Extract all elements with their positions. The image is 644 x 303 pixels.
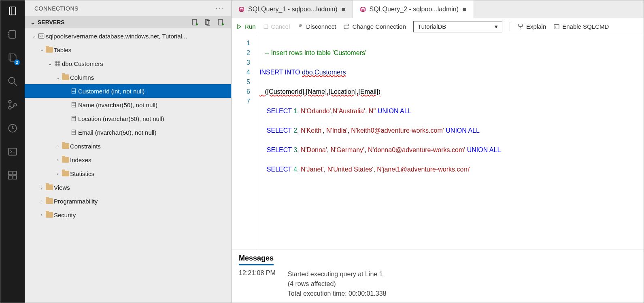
database-dropdown[interactable]: TutorialDB▾	[413, 21, 502, 32]
connections-icon[interactable]	[7, 5, 18, 17]
message-timestamp: 12:21:08 PM	[239, 269, 276, 299]
source-control-icon[interactable]	[7, 99, 18, 110]
tree-tables-node[interactable]: ⌄Tables	[25, 43, 231, 57]
servers-header[interactable]: ⌄SERVERS	[25, 16, 231, 28]
tree-statistics-node[interactable]: ›Statistics	[25, 167, 231, 180]
database-icon: ⛁	[360, 6, 366, 13]
servers-actions	[191, 19, 225, 26]
sidebar: CONNECTIONS ··· ⌄SERVERS ⌄sqlsqlpoolserv…	[25, 0, 231, 303]
cancel-button[interactable]: Cancel	[263, 23, 290, 30]
svg-point-6	[9, 77, 15, 83]
new-connection-icon[interactable]	[191, 19, 199, 26]
svg-rect-15	[9, 176, 12, 179]
svg-point-8	[9, 100, 11, 103]
tree-indexes-node[interactable]: ›Indexes	[25, 153, 231, 167]
tree-views-node[interactable]: ›Views	[25, 180, 231, 194]
explorer-icon[interactable]: 2	[7, 52, 18, 64]
explorer-badge: 2	[14, 59, 20, 65]
svg-rect-44	[264, 25, 268, 28]
tasks-icon[interactable]	[7, 123, 18, 134]
svg-point-9	[9, 106, 11, 109]
svg-rect-37	[72, 116, 75, 121]
svg-rect-49	[554, 24, 559, 29]
separator	[510, 22, 510, 31]
tree-column-location[interactable]: Location (nvarchar(50), not null)	[25, 112, 231, 125]
svg-text:sql: sql	[39, 35, 43, 38]
svg-point-10	[14, 104, 17, 106]
svg-rect-26	[55, 61, 60, 66]
svg-line-7	[14, 83, 17, 86]
svg-rect-17	[13, 171, 17, 175]
tab-sqlquery1[interactable]: ⛁ SQLQuery_1 - sqlpoo...ladmin)	[232, 0, 353, 18]
enable-sqlcmd-button[interactable]: Enable SQLCMD	[553, 23, 609, 30]
tab-label: SQLQuery_1 - sqlpoo...ladmin)	[248, 6, 338, 13]
message-text: Started executing query at Line 1 (4 row…	[288, 269, 387, 299]
dirty-indicator-icon	[342, 8, 345, 11]
chevron-down-icon: ⌄	[30, 19, 35, 25]
search-icon[interactable]	[7, 76, 18, 87]
sidebar-more-icon[interactable]: ···	[215, 4, 225, 13]
svg-point-46	[518, 24, 519, 25]
code-content[interactable]: -- Insert rows into table 'Customers' IN…	[256, 35, 644, 250]
svg-marker-43	[238, 24, 241, 29]
activity-bar: 2	[0, 0, 25, 303]
messages-panel: Messages 12:21:08 PM Started executing q…	[232, 250, 644, 303]
tree-column-email[interactable]: Email (nvarchar(50), not null)	[25, 125, 231, 139]
run-button[interactable]: Run	[236, 23, 256, 30]
svg-rect-31	[72, 89, 75, 93]
tree-constraints-node[interactable]: ›Constraints	[25, 139, 231, 153]
editor-region: ⛁ SQLQuery_1 - sqlpoo...ladmin) ⛁ SQLQue…	[231, 0, 644, 303]
tree-table-customers[interactable]: ⌄dbo.Customers	[25, 57, 231, 70]
svg-point-47	[522, 24, 523, 25]
server-label: sqlpoolservername.database.windows.net, …	[46, 33, 187, 40]
tree-column-name[interactable]: Name (nvarchar(50), not null)	[25, 98, 231, 112]
new-group-icon[interactable]	[204, 19, 212, 26]
svg-rect-40	[72, 130, 75, 135]
svg-point-19	[196, 23, 198, 25]
query-toolbar: Run Cancel Disconnect Change Connection …	[232, 18, 644, 35]
tree-columns-node[interactable]: ⌄Columns	[25, 70, 231, 84]
svg-rect-0	[9, 7, 15, 15]
tab-label: SQLQuery_2 - sqlpoo...ladmin)	[370, 6, 459, 13]
svg-rect-2	[9, 30, 15, 38]
code-editor[interactable]: 1234567 -- Insert rows into table 'Custo…	[232, 35, 644, 250]
disconnect-button[interactable]: Disconnect	[297, 23, 336, 30]
tree-programmability-node[interactable]: ›Programmability	[25, 194, 231, 208]
svg-point-23	[222, 23, 224, 25]
explain-button[interactable]: Explain	[517, 23, 546, 30]
dirty-indicator-icon	[463, 8, 466, 11]
extensions-icon[interactable]	[7, 170, 18, 181]
new-query-icon[interactable]	[217, 19, 225, 26]
sidebar-title: CONNECTIONS	[34, 5, 79, 12]
database-icon: ⛁	[239, 6, 244, 13]
svg-rect-12	[9, 148, 17, 155]
servers-label: SERVERS	[38, 19, 65, 25]
svg-rect-34	[72, 102, 75, 107]
sidebar-header: CONNECTIONS ···	[25, 0, 231, 16]
tab-sqlquery2[interactable]: ⛁ SQLQuery_2 - sqlpoo...ladmin)	[353, 0, 474, 18]
editor-tabs: ⛁ SQLQuery_1 - sqlpoo...ladmin) ⛁ SQLQue…	[232, 0, 644, 18]
object-explorer-tree: ⌄sqlsqlpoolservername.database.windows.n…	[25, 28, 231, 222]
svg-rect-14	[9, 171, 12, 175]
notebook-icon[interactable]	[7, 29, 18, 40]
tree-security-node[interactable]: ›Security	[25, 208, 231, 222]
tree-column-customerid[interactable]: CustomerId (int, not null)	[25, 84, 231, 98]
svg-rect-22	[218, 19, 223, 25]
svg-point-48	[520, 28, 521, 29]
terminal-icon[interactable]	[7, 146, 18, 157]
line-gutter: 1234567	[232, 35, 256, 250]
svg-rect-16	[13, 176, 17, 179]
chevron-down-icon: ▾	[495, 23, 498, 30]
tree-server-node[interactable]: ⌄sqlsqlpoolservername.database.windows.n…	[25, 29, 231, 43]
svg-rect-18	[192, 19, 197, 25]
messages-tab[interactable]: Messages	[239, 254, 274, 265]
change-connection-button[interactable]: Change Connection	[343, 23, 406, 30]
